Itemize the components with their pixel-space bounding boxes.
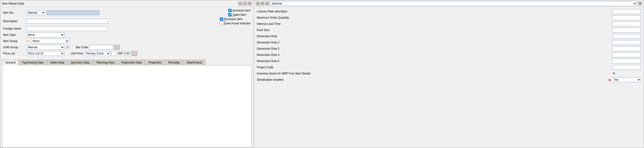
right-panel-dropdown[interactable]: General bbox=[270, 1, 637, 6]
purchase-item-row: Purchase Item bbox=[220, 17, 251, 21]
window-title: Item Master Data bbox=[2, 2, 24, 5]
description-input[interactable]: Item for Serialization tests bbox=[26, 19, 108, 24]
item-group-row: Item Group ⇒ Items bbox=[3, 38, 251, 44]
item-master-data-window: Item Master Data — □ ✕ Item No. Manual S… bbox=[0, 0, 254, 148]
barcode-browse-button[interactable]: ... bbox=[114, 45, 120, 50]
item-group-dropdown[interactable]: Items bbox=[31, 39, 69, 43]
uom-circle-icon[interactable]: ⊕ bbox=[66, 45, 70, 49]
sales-item-checkbox[interactable] bbox=[228, 13, 232, 16]
dimension-rule-3-row: Dimension Rule 3 bbox=[257, 46, 641, 51]
purchase-item-label: Purchase Item bbox=[224, 17, 242, 21]
barcode-section: Bar Code ... bbox=[76, 45, 120, 50]
license-plate-input[interactable] bbox=[612, 9, 641, 14]
right-form-area: License Plate descriptor Maximum Order Q… bbox=[254, 7, 644, 148]
window-titlebar: Item Master Data — □ ✕ bbox=[0, 0, 254, 7]
tab-general[interactable]: General bbox=[2, 60, 19, 66]
tab-purchasing[interactable]: Purchasing Data bbox=[19, 60, 47, 66]
unit-price-label: Unit Price bbox=[71, 52, 83, 55]
right-checkboxes: Inventory Item Sales Item bbox=[228, 9, 251, 16]
price-list-dropdown[interactable]: Price List 01 bbox=[26, 51, 64, 56]
close-button[interactable]: ✕ bbox=[248, 2, 252, 5]
dimension-rule-2-label: Dimension Rule 2 bbox=[257, 41, 612, 44]
max-order-qty-input[interactable] bbox=[612, 15, 641, 20]
internal-lead-row: Internal Lead Time bbox=[257, 21, 641, 26]
dimension-rule-row: Dimension Rule bbox=[257, 34, 641, 39]
tab-planning[interactable]: Planning Data bbox=[93, 60, 117, 66]
serialization-dropdown[interactable]: Yes No bbox=[612, 77, 641, 82]
inventory-item-checkbox[interactable] bbox=[228, 9, 232, 12]
tab-attachments[interactable]: Attachments bbox=[183, 60, 206, 66]
foreign-name-label: Foreign Name bbox=[3, 27, 25, 30]
unitprice-section: Unit Price Primary Curre ... bbox=[71, 51, 137, 56]
inventory-item-label: Inventory Item bbox=[232, 9, 251, 12]
nav-prev-button[interactable]: ◄ bbox=[256, 2, 260, 5]
currency-dropdown[interactable]: Primary Curre bbox=[84, 51, 110, 56]
minimize-button[interactable]: — bbox=[238, 2, 242, 5]
inventory-mrp-value: N bbox=[612, 72, 641, 75]
pricelist-unitprice-row: Price List Price List 01 Unit Price Prim… bbox=[3, 51, 251, 56]
tab-properties[interactable]: Properties bbox=[145, 60, 165, 66]
item-no-label: Item No. bbox=[3, 11, 25, 14]
window-controls: — □ ✕ bbox=[238, 2, 252, 5]
project-code-label: Project Code bbox=[257, 66, 612, 69]
license-plate-row: License Plate descriptor bbox=[257, 9, 641, 14]
tab-inventory[interactable]: Inventory Data bbox=[68, 60, 93, 66]
serialization-label: Serialization enabled bbox=[257, 78, 608, 81]
serialization-row: Serialization enabled ➤ Yes No bbox=[257, 77, 641, 82]
nav-down-button[interactable]: ▼ bbox=[260, 2, 264, 5]
uom-barcode-row: UoM Group Manual ⊕ Bar Code ... bbox=[3, 45, 251, 50]
item-no-row: Item No. Manual Serialization Item 01 In… bbox=[3, 9, 251, 16]
description-label: Description bbox=[3, 20, 25, 23]
item-type-row: Item Type Items bbox=[3, 32, 251, 37]
item-group-arrow-icon: ⇒ bbox=[26, 39, 29, 43]
dimension-rule-4-input[interactable] bbox=[612, 53, 641, 57]
dimension-rule-5-input[interactable] bbox=[612, 59, 641, 64]
fixed-asset-checkbox[interactable] bbox=[220, 22, 223, 25]
dimension-rule-2-input[interactable] bbox=[612, 40, 641, 45]
uom-group-label: UoM Group bbox=[3, 46, 25, 49]
dimension-rule-input[interactable] bbox=[612, 34, 641, 39]
right-panel: ◄ ▼ ► General ✕ License Plate descriptor… bbox=[254, 0, 644, 148]
dimension-rule-5-row: Dimension Rule 5 bbox=[257, 59, 641, 64]
tab-sales[interactable]: Sales Data bbox=[47, 60, 67, 66]
uom-group-dropdown[interactable]: Manual bbox=[26, 45, 64, 50]
fixed-asset-label: Fixed Asset Indicator bbox=[224, 22, 251, 25]
inventory-item-row: Inventory Item bbox=[228, 9, 251, 12]
nav-next-button[interactable]: ► bbox=[265, 2, 269, 5]
foreign-name-input[interactable] bbox=[26, 26, 108, 31]
project-code-input[interactable] bbox=[612, 65, 641, 70]
right-panel-close-button[interactable]: ✕ bbox=[638, 2, 642, 5]
foreign-name-row: Foreign Name bbox=[3, 26, 251, 31]
pack-size-row: Pack Size bbox=[257, 27, 641, 33]
tab-production[interactable]: Production Data bbox=[118, 60, 145, 66]
barcode-input[interactable] bbox=[89, 45, 113, 50]
serialization-control: ➤ Yes No bbox=[608, 77, 641, 82]
tab-content-area bbox=[2, 66, 252, 148]
item-type-dropdown[interactable]: Items bbox=[26, 32, 64, 37]
dimension-rule-label: Dimension Rule bbox=[257, 35, 612, 38]
right-checkboxes-2: Purchase Item Fixed Asset Indicator bbox=[220, 17, 251, 25]
item-no-dropdown[interactable]: Manual bbox=[26, 10, 45, 15]
unit-price-browse-button[interactable]: ... bbox=[132, 51, 137, 56]
dimension-rule-3-label: Dimension Rule 3 bbox=[257, 47, 612, 50]
inventory-mrp-row: Inventory levels for MRP from Item Detai… bbox=[257, 71, 641, 76]
dimension-rule-5-label: Dimension Rule 5 bbox=[257, 60, 612, 63]
tab-bar: General Purchasing Data Sales Data Inven… bbox=[2, 60, 252, 66]
unit-price-input[interactable] bbox=[111, 51, 130, 56]
pack-size-input[interactable] bbox=[612, 28, 641, 32]
item-no-input[interactable]: Serialization Item 01 bbox=[47, 10, 100, 15]
restore-button[interactable]: □ bbox=[243, 2, 247, 5]
internal-lead-label: Internal Lead Time bbox=[257, 22, 612, 26]
project-code-row: Project Code bbox=[257, 65, 641, 70]
tabs-container: General Purchasing Data Sales Data Inven… bbox=[2, 60, 252, 148]
internal-lead-input[interactable] bbox=[612, 21, 641, 26]
item-group-label: Item Group bbox=[3, 39, 25, 43]
sales-item-label: Sales Item bbox=[232, 13, 246, 16]
purchase-item-checkbox[interactable] bbox=[220, 17, 223, 21]
sales-item-row: Sales Item bbox=[228, 13, 251, 16]
price-list-label: Price List bbox=[3, 52, 25, 55]
dimension-rule-3-input[interactable] bbox=[612, 46, 641, 51]
tab-remarks[interactable]: Remarks bbox=[165, 60, 183, 66]
right-titlebar: ◄ ▼ ► General ✕ bbox=[254, 0, 644, 7]
dimension-rule-4-label: Dimension Rule 4 bbox=[257, 53, 612, 57]
